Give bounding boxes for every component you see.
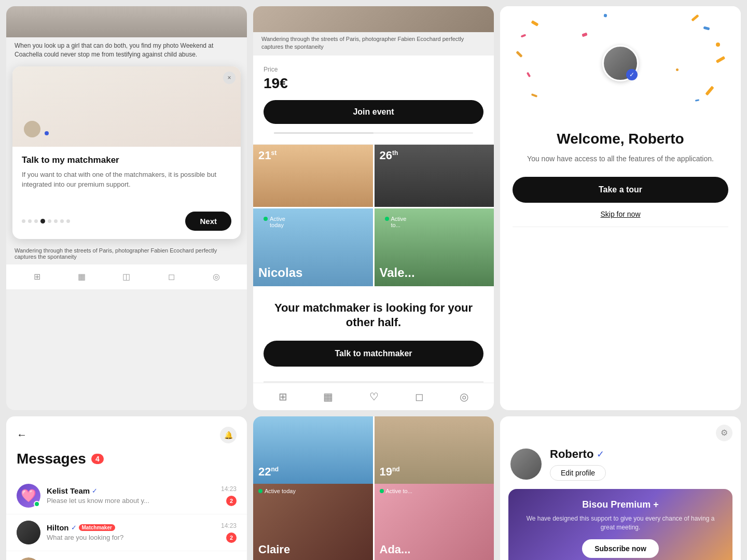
dot-6 (54, 219, 58, 223)
confetti (531, 20, 538, 26)
dot-2 (28, 219, 32, 223)
active-dot (385, 217, 389, 221)
indicator-dot (45, 131, 49, 135)
message-preview: Please let us know more about y... (47, 497, 215, 505)
notification-icon[interactable]: 🔔 (220, 427, 237, 443)
age-display: 22nd (258, 465, 279, 479)
next-button[interactable]: Next (185, 212, 231, 231)
person-cell-26: 26th (375, 145, 494, 207)
confetti-area: ✓ (500, 6, 741, 120)
divider (513, 227, 728, 227)
unread-count: 2 (226, 496, 237, 506)
confetti (716, 43, 720, 47)
skip-for-now-link[interactable]: Skip for now (513, 210, 728, 218)
modal-title: Talk to my matchmaker (22, 155, 231, 165)
nav-home-icon[interactable]: ⊞ (279, 390, 287, 403)
dot-5 (48, 219, 51, 223)
unread-count: 2 (226, 533, 237, 543)
back-button[interactable]: ← (17, 429, 27, 441)
message-meta: 14:23 2 (221, 522, 237, 543)
age-display: 19nd (380, 465, 400, 479)
price-label: Price (264, 66, 483, 73)
nav-calendar-icon[interactable]: ▦ (323, 390, 333, 403)
card-profile: ⚙ Roberto ✓ Edit profile Bisou Premium +… (500, 416, 741, 560)
message-time: 14:23 (221, 522, 237, 529)
nav-profile-icon[interactable]: ◎ (460, 390, 468, 403)
confetti (716, 56, 726, 63)
nav-chat-icon[interactable]: ◻ (415, 390, 424, 403)
modal-content: Talk to my matchmaker If you want to cha… (12, 147, 241, 206)
message-time: 14:23 (221, 485, 237, 493)
messages-title-row: Messages 4 (6, 449, 247, 478)
event-price-section: Price 19€ Join event (253, 55, 494, 145)
heart-logo: 🩷 (21, 488, 36, 503)
nav-calendar-icon[interactable]: ▦ (76, 271, 88, 283)
avatar-indicator (24, 121, 40, 137)
matchmaker-modal: Matchmaker × Talk to my matchmaker If yo… (12, 66, 241, 239)
nav-profile-icon[interactable]: ◎ (210, 271, 223, 283)
confetti (516, 51, 522, 58)
verify-icon: ✓ (92, 487, 98, 495)
join-event-button[interactable]: Join event (264, 100, 483, 124)
age-number: 22nd (258, 465, 279, 478)
dot-8 (66, 219, 70, 223)
profile-avatar-container: ✓ (602, 45, 639, 81)
messages-badge: 4 (91, 454, 104, 464)
edit-profile-button[interactable]: Edit profile (550, 465, 606, 481)
take-tour-button[interactable]: Take a tour (513, 177, 728, 203)
message-avatar: 🩷 (17, 484, 40, 508)
profile-row: Roberto ✓ Edit profile (500, 441, 741, 489)
premium-title: Bisou Premium + (519, 499, 722, 510)
person-name: Claire (258, 543, 290, 556)
subscribe-button[interactable]: Subscribe now (582, 539, 659, 558)
person-name: Vale... (380, 265, 415, 280)
person-name: Nicolas (258, 265, 302, 280)
sender-name: Hilton (47, 523, 69, 532)
talk-to-matchmaker-button[interactable]: Talk to matchmaker (264, 341, 483, 367)
grid-cell-19: 19nd (375, 416, 494, 484)
age-number: 21st (258, 149, 276, 162)
person-cell-ada: Active to... Ada... (375, 484, 494, 560)
message-item[interactable]: 🩷 Kelist Team ✓ Please let us know more … (6, 478, 247, 514)
people-grid-bottom: Active today Claire Active to... Ada... (253, 484, 494, 560)
message-avatar (17, 557, 40, 560)
dot-7 (60, 219, 64, 223)
welcome-content: Welcome, Roberto You now have access to … (500, 120, 741, 246)
active-label: Active today (270, 216, 285, 228)
card-event: Wandering through the streets of Paris, … (253, 6, 494, 410)
card2-top-image (253, 6, 494, 32)
avatar-bg (17, 557, 40, 560)
close-button[interactable]: × (223, 72, 236, 84)
message-item[interactable]: Benslimane ✓ Hi Roberto! lets meet at 4 … (6, 551, 247, 560)
message-item[interactable]: Hilton ✓ Matchmaker What are you looking… (6, 514, 247, 551)
card-people-grid: 22nd 19nd Active today Claire Active to.… (253, 416, 494, 560)
premium-card: Bisou Premium + We have designed this su… (508, 489, 732, 560)
verified-check-icon: ✓ (626, 69, 638, 80)
profile-name: Roberto (550, 447, 593, 461)
active-indicator: Active today (258, 488, 296, 494)
dot-3 (34, 219, 38, 223)
price-value: 19€ (264, 75, 483, 92)
card1-bottom-text: Wandering through the streets of Paris, … (6, 243, 247, 264)
confetti (531, 93, 538, 97)
grid-cell-22: 22nd (253, 416, 373, 484)
confetti (695, 99, 699, 101)
confetti (604, 14, 607, 18)
avatar-bg (17, 521, 40, 544)
nav-chat-icon[interactable]: ◫ (120, 271, 133, 283)
welcome-title: Welcome, Roberto (513, 131, 728, 147)
age-number: 19nd (380, 465, 400, 478)
nav-home-icon[interactable]: ⊞ (31, 271, 43, 283)
bottom-navigation: ⊞ ▦ ◫ ◻ ◎ (6, 264, 247, 289)
online-indicator (34, 501, 40, 507)
profile-info: Roberto ✓ Edit profile (550, 447, 730, 481)
modal-preview-area: Matchmaker × (12, 66, 241, 147)
matchmaker-badge: Matchmaker (79, 524, 115, 531)
nav-message-icon[interactable]: ◻ (165, 271, 177, 283)
active-label: Active today (265, 488, 296, 494)
nav-heart-icon[interactable]: ♡ (369, 390, 379, 403)
modal-description: If you want to chat with one of the matc… (22, 170, 231, 190)
matchmaker-title: Your matchmaker is looking for your othe… (264, 301, 483, 330)
settings-icon[interactable]: ⚙ (716, 425, 732, 441)
name-row: Roberto ✓ (550, 447, 730, 461)
